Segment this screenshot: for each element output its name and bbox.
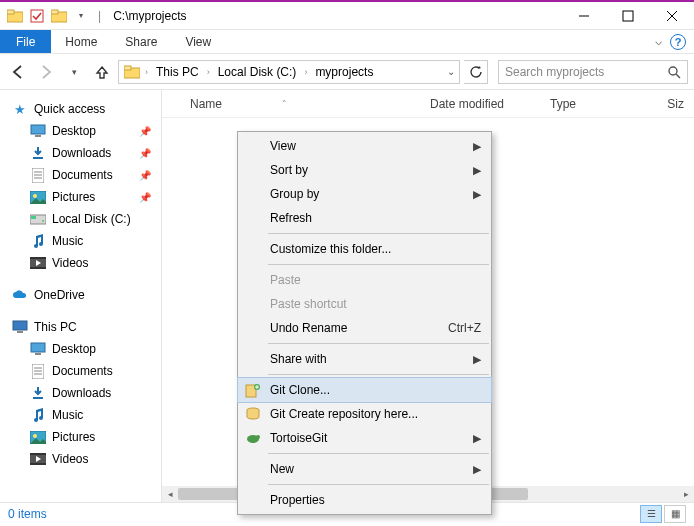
ctx-label: Refresh (270, 211, 312, 225)
qat-dropdown-icon[interactable]: ▾ (72, 11, 90, 20)
tree-item-desktop[interactable]: Desktop (8, 338, 161, 360)
search-icon[interactable] (667, 65, 681, 79)
separator (268, 264, 489, 265)
svg-rect-14 (35, 135, 41, 137)
refresh-button[interactable] (464, 60, 488, 84)
file-tab[interactable]: File (0, 30, 51, 53)
tree-item-pictures[interactable]: Pictures (8, 426, 161, 448)
ctx-label: Undo Rename (270, 321, 347, 335)
back-button[interactable] (6, 60, 30, 84)
svg-rect-2 (31, 10, 43, 22)
svg-point-46 (256, 435, 260, 439)
svg-rect-1 (7, 10, 14, 14)
qat-newfolder-icon[interactable] (50, 9, 68, 23)
help-icon[interactable]: ? (670, 34, 686, 50)
svg-rect-40 (30, 453, 46, 455)
tree-label: This PC (34, 320, 77, 334)
context-menu: View▶ Sort by▶ Group by▶ Refresh Customi… (237, 131, 492, 515)
ctx-group-by[interactable]: Group by▶ (238, 182, 491, 206)
tree-label: Documents (52, 364, 113, 378)
git-create-icon (244, 405, 262, 423)
shortcut-text: Ctrl+Z (448, 321, 481, 335)
svg-point-11 (669, 67, 677, 75)
scroll-left-icon[interactable]: ◂ (162, 486, 178, 502)
column-date[interactable]: Date modified (422, 97, 542, 111)
ctx-customize-folder[interactable]: Customize this folder... (238, 237, 491, 261)
ctx-git-clone[interactable]: Git Clone... (238, 378, 491, 402)
scroll-right-icon[interactable]: ▸ (678, 486, 694, 502)
video-icon (30, 255, 46, 271)
music-icon (30, 407, 46, 423)
separator (268, 484, 489, 485)
ctx-share-with[interactable]: Share with▶ (238, 347, 491, 371)
tree-item-desktop[interactable]: Desktop📌 (8, 120, 161, 142)
recent-locations-button[interactable]: ▾ (62, 60, 86, 84)
ribbon-expand-icon[interactable]: ⌵ (647, 30, 670, 53)
star-icon: ★ (12, 101, 28, 117)
submenu-arrow-icon: ▶ (473, 164, 481, 177)
breadcrumb[interactable]: Local Disk (C:) (214, 65, 301, 79)
ctx-label: Paste (270, 273, 301, 287)
ribbon-tabs: File Home Share View ⌵ ? (0, 30, 694, 54)
breadcrumb[interactable]: myprojects (311, 65, 377, 79)
ctx-sort-by[interactable]: Sort by▶ (238, 158, 491, 182)
status-item-count: 0 items (8, 507, 47, 521)
tab-share[interactable]: Share (111, 30, 171, 53)
maximize-button[interactable] (606, 2, 650, 30)
ctx-label: Properties (270, 493, 325, 507)
pin-icon: 📌 (139, 192, 161, 203)
tree-onedrive[interactable]: OneDrive (8, 284, 161, 306)
tree-item-music[interactable]: Music (8, 230, 161, 252)
tree-item-downloads[interactable]: Downloads (8, 382, 161, 404)
submenu-arrow-icon: ▶ (473, 140, 481, 153)
tree-item-local-disk-c-[interactable]: Local Disk (C:) (8, 208, 161, 230)
tab-home[interactable]: Home (51, 30, 111, 53)
tree-this-pc[interactable]: This PC (8, 316, 161, 338)
qat-properties-icon[interactable] (28, 9, 46, 23)
svg-rect-36 (33, 397, 43, 399)
ctx-new[interactable]: New▶ (238, 457, 491, 481)
ctx-view[interactable]: View▶ (238, 134, 491, 158)
minimize-button[interactable] (562, 2, 606, 30)
breadcrumb[interactable]: This PC (152, 65, 203, 79)
tree-item-documents[interactable]: Documents📌 (8, 164, 161, 186)
chevron-right-icon[interactable]: › (302, 67, 309, 77)
document-icon (30, 167, 46, 183)
ctx-paste-shortcut: Paste shortcut (238, 292, 491, 316)
tree-item-documents[interactable]: Documents (8, 360, 161, 382)
icons-view-button[interactable]: ▦ (664, 505, 686, 523)
column-name[interactable]: Name ˄ (182, 97, 422, 111)
address-bar[interactable]: › This PC › Local Disk (C:) › myprojects… (118, 60, 460, 84)
tree-label: OneDrive (34, 288, 85, 302)
tree-item-videos[interactable]: Videos (8, 448, 161, 470)
tree-label: Music (52, 234, 83, 248)
ctx-label: Share with (270, 352, 327, 366)
git-clone-icon (244, 381, 262, 399)
ctx-refresh[interactable]: Refresh (238, 206, 491, 230)
up-button[interactable] (90, 60, 114, 84)
column-size[interactable]: Siz (642, 97, 694, 111)
tree-quick-access[interactable]: ★ Quick access (8, 98, 161, 120)
details-view-button[interactable]: ☰ (640, 505, 662, 523)
svg-point-21 (33, 194, 37, 198)
navigation-bar: ▾ › This PC › Local Disk (C:) › myprojec… (0, 54, 694, 90)
tree-item-downloads[interactable]: Downloads📌 (8, 142, 161, 164)
tree-item-music[interactable]: Music (8, 404, 161, 426)
ctx-tortoisegit[interactable]: TortoiseGit▶ (238, 426, 491, 450)
ctx-properties[interactable]: Properties (238, 488, 491, 512)
ctx-undo-rename[interactable]: Undo RenameCtrl+Z (238, 316, 491, 340)
window-title: C:\myprojects (109, 9, 186, 23)
tree-item-videos[interactable]: Videos (8, 252, 161, 274)
ctx-label: Customize this folder... (270, 242, 391, 256)
forward-button[interactable] (34, 60, 58, 84)
tab-view[interactable]: View (171, 30, 225, 53)
close-button[interactable] (650, 2, 694, 30)
tree-item-pictures[interactable]: Pictures📌 (8, 186, 161, 208)
chevron-right-icon[interactable]: › (143, 67, 150, 77)
tree-label: Documents (52, 168, 113, 182)
search-input[interactable]: Search myprojects (498, 60, 688, 84)
column-type[interactable]: Type (542, 97, 642, 111)
ctx-git-create-repo[interactable]: Git Create repository here... (238, 402, 491, 426)
address-dropdown-icon[interactable]: ⌄ (447, 66, 455, 77)
chevron-right-icon[interactable]: › (205, 67, 212, 77)
